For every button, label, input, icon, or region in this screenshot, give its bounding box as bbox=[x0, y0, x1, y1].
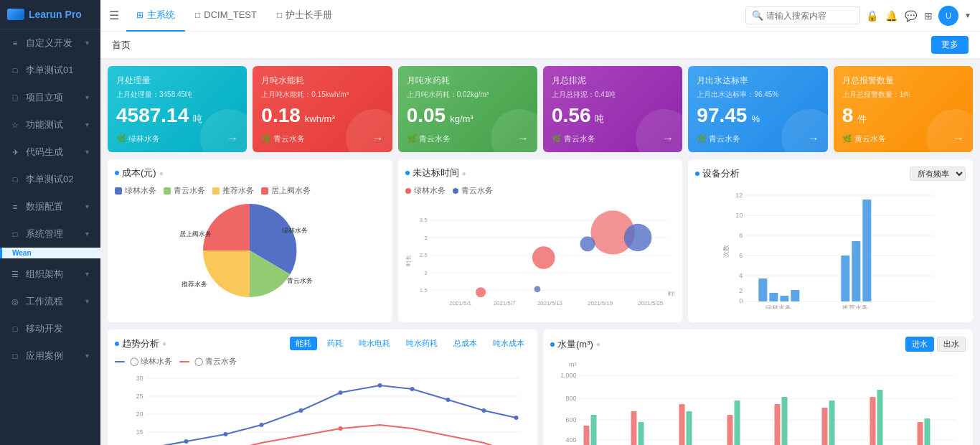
sidebar-item-workflow[interactable]: ◎工作流程 ▼ bbox=[0, 288, 100, 315]
trend-tab-water-cost[interactable]: 吨水成本 bbox=[487, 337, 530, 350]
trend-tab-total-cost[interactable]: 总成本 bbox=[448, 337, 483, 350]
svg-rect-41 bbox=[842, 256, 850, 301]
pie-label: 居上阀水务 bbox=[179, 230, 212, 238]
org-icon: ☰ bbox=[10, 270, 20, 279]
logo-text: Learun Pro bbox=[29, 9, 82, 20]
arrow-icon: → bbox=[517, 132, 529, 145]
svg-rect-43 bbox=[863, 200, 872, 301]
message-icon[interactable]: 💬 bbox=[905, 10, 917, 22]
svg-rect-98 bbox=[925, 418, 930, 445]
legend-line bbox=[115, 361, 125, 362]
svg-point-58 bbox=[184, 439, 189, 444]
title-dot bbox=[115, 171, 119, 175]
metric-card-drug: 月吨水药耗 上月吨水药耗：0.02kg/m³ 0.05 kg/m³ 🌿 青云水务… bbox=[398, 66, 537, 152]
search-box[interactable]: 🔍 bbox=[745, 6, 860, 24]
legend-line bbox=[179, 361, 189, 362]
sidebar-item-code-gen[interactable]: ✈代码生成 ▼ bbox=[0, 139, 100, 166]
title-dot bbox=[405, 171, 410, 175]
avatar[interactable]: U bbox=[938, 6, 958, 26]
tab-dcim[interactable]: □ DCIM_TEST bbox=[185, 0, 267, 32]
svg-rect-89 bbox=[727, 415, 733, 445]
menu-toggle-button[interactable]: ☰ bbox=[109, 9, 119, 22]
monitor-icon: □ bbox=[10, 230, 20, 238]
legend-item: ◯ 绿林水务 bbox=[115, 356, 172, 367]
metric-sub: 上月吨水能耗：0.15kwh/m³ bbox=[261, 90, 383, 100]
svg-point-62 bbox=[339, 390, 343, 395]
svg-rect-85 bbox=[631, 411, 637, 445]
tab-nurse[interactable]: □ 护士长手册 bbox=[267, 0, 342, 32]
search-input[interactable] bbox=[766, 11, 852, 21]
bubble-chart-svg: 3.5 3 2.5 2 1.5 时长 bbox=[405, 200, 676, 315]
menu-icon: ≡ bbox=[10, 39, 20, 47]
svg-point-59 bbox=[224, 432, 228, 436]
sidebar-item-project[interactable]: □项目立项 ▼ bbox=[0, 84, 100, 111]
legend-color bbox=[212, 187, 220, 195]
lock-icon[interactable]: 🔒 bbox=[866, 10, 878, 22]
sidebar-item-app-cases[interactable]: □应用案例 ▼ bbox=[0, 342, 100, 370]
svg-text:2021/5/13: 2021/5/13 bbox=[537, 300, 563, 306]
sidebar-label: 系统管理 bbox=[26, 228, 63, 240]
sidebar-item-func-test[interactable]: ☆功能测试 ▼ bbox=[0, 111, 100, 139]
legend-item: 推荐水务 bbox=[212, 185, 254, 196]
svg-rect-87 bbox=[679, 404, 685, 445]
chevron-icon: ▼ bbox=[84, 230, 90, 238]
svg-text:2.5: 2.5 bbox=[419, 252, 428, 258]
svg-rect-88 bbox=[687, 411, 692, 445]
svg-text:时长: 时长 bbox=[405, 255, 412, 266]
trend-tab-drug[interactable]: 药耗 bbox=[321, 337, 349, 350]
metric-value: 4587.14 bbox=[116, 104, 189, 127]
sidebar-item-custom-dev[interactable]: ≡自定义开发 ▼ bbox=[0, 29, 100, 57]
svg-text:20: 20 bbox=[136, 411, 143, 418]
metric-value: 0.56 bbox=[552, 104, 591, 127]
chevron-icon: ▼ bbox=[84, 39, 90, 47]
metric-title: 月吨水能耗 bbox=[261, 75, 383, 87]
svg-point-12 bbox=[532, 246, 555, 269]
sidebar-label: 项目立项 bbox=[26, 91, 63, 104]
trend-tab-water-drug[interactable]: 吨水药耗 bbox=[400, 337, 443, 350]
tab-main-label: 主系统 bbox=[147, 9, 175, 22]
sidebar-label: 功能测试 bbox=[26, 118, 63, 131]
sidebar-label: 数据配置 bbox=[26, 200, 63, 213]
device-filter-select[interactable]: 所有频率 bbox=[910, 167, 966, 181]
legend-color bbox=[453, 188, 458, 194]
legend-color bbox=[405, 188, 411, 194]
sidebar-item-data-config[interactable]: ≡数据配置 ▼ bbox=[0, 193, 100, 220]
trend-legend: ◯ 绿林水务 ◯ 青云水务 bbox=[115, 356, 530, 367]
grid-icon[interactable]: ⊞ bbox=[924, 10, 933, 22]
plane-icon: ✈ bbox=[10, 148, 20, 157]
sidebar-item-li-test02[interactable]: □李单测试02 bbox=[0, 166, 100, 193]
water-chart-panel: 水量(m³) ● 进水 出水 m³ 1,000 800 600 bbox=[543, 329, 973, 445]
trend-tab-water-energy[interactable]: 吨水电耗 bbox=[353, 337, 396, 350]
sidebar-item-sys-mgmt[interactable]: □系统管理 ▼ bbox=[0, 220, 100, 248]
sidebar-item-org[interactable]: ☰组织架构 ▼ bbox=[0, 261, 100, 288]
tab-dcim-icon: □ bbox=[195, 10, 200, 20]
water-out-button[interactable]: 出水 bbox=[937, 337, 966, 352]
chevron-icon: ▼ bbox=[84, 149, 90, 156]
svg-point-60 bbox=[260, 423, 264, 427]
svg-text:30: 30 bbox=[136, 375, 143, 382]
svg-point-70 bbox=[339, 426, 343, 431]
metric-footer-label: 🌿 青云水务 bbox=[407, 134, 451, 144]
chevron-down-icon[interactable]: ▼ bbox=[964, 11, 971, 19]
svg-text:4: 4 bbox=[740, 272, 743, 279]
trend-tab-energy[interactable]: 能耗 bbox=[290, 337, 317, 350]
mobile-icon: □ bbox=[10, 324, 20, 333]
metric-title: 月出水达标率 bbox=[697, 75, 819, 87]
not-standard-chart-panel: 未达标时间 ● 绿林水务 青云水务 bbox=[398, 159, 683, 322]
sidebar-label: 应用案例 bbox=[26, 350, 63, 362]
water-chart-svg: m³ 1,000 800 600 400 200 bbox=[550, 357, 966, 445]
svg-text:8: 8 bbox=[740, 232, 743, 239]
sidebar-item-mobile-dev[interactable]: □移动开发 bbox=[0, 315, 100, 342]
arrow-icon: → bbox=[372, 132, 384, 145]
more-button[interactable]: 更多 bbox=[931, 36, 969, 54]
sidebar-item-li-test01[interactable]: □李单测试01 bbox=[0, 57, 100, 84]
water-in-button[interactable]: 进水 bbox=[905, 337, 934, 352]
flow-icon: ◎ bbox=[10, 297, 20, 306]
cost-legend: 绿林水务 青云水务 推荐水务 居上阀水务 bbox=[115, 185, 385, 196]
bell-icon[interactable]: 🔔 bbox=[885, 10, 897, 22]
tab-main[interactable]: ⊞ 主系统 bbox=[126, 0, 185, 32]
pie-chart-svg: 绿林水务 青云水务 推荐水务 居上阀水务 bbox=[178, 200, 321, 301]
sidebar-label: 组织架构 bbox=[26, 268, 63, 281]
title-dot bbox=[695, 172, 699, 176]
svg-text:25: 25 bbox=[136, 393, 143, 400]
